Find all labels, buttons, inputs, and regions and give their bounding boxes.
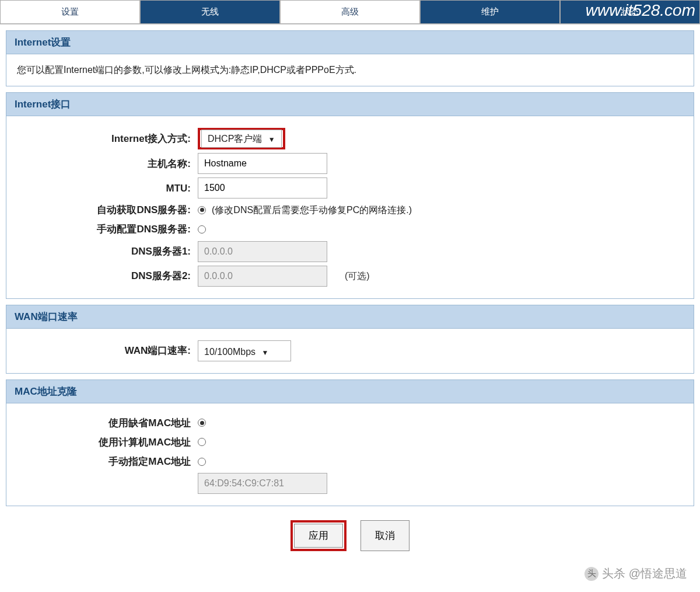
label-mtu: MTU: xyxy=(17,180,198,196)
panel-title-interface: Internet接口 xyxy=(6,93,694,116)
label-mac-default: 使用缺省MAC地址 xyxy=(17,415,198,431)
panel-internet-settings: Internet设置 您可以配置Internet端口的参数,可以修改上网模式为:… xyxy=(6,30,694,86)
input-hostname[interactable] xyxy=(198,153,327,174)
highlight-apply: 应用 xyxy=(290,520,346,551)
cancel-button[interactable]: 取消 xyxy=(360,520,410,551)
chevron-down-icon: ▼ xyxy=(262,349,269,357)
panel-wan-speed: WAN端口速率 WAN端口速率: 10/100Mbps ▼ xyxy=(6,305,694,374)
input-dns1 xyxy=(198,241,327,262)
watermark-avatar-icon: 头 xyxy=(584,567,598,581)
tab-wireless[interactable]: 无线 xyxy=(140,0,280,24)
watermark-url: www.it528.com xyxy=(586,1,695,20)
label-wan-speed: WAN端口速率: xyxy=(17,343,198,358)
chevron-down-icon: ▼ xyxy=(268,135,275,144)
label-dns2: DNS服务器2: xyxy=(17,268,198,284)
radio-mac-manual[interactable] xyxy=(198,458,206,466)
apply-button[interactable]: 应用 xyxy=(294,524,343,548)
panel-desc-internet-settings: 您可以配置Internet端口的参数,可以修改上网模式为:静态IP,DHCP或者… xyxy=(6,54,694,86)
input-dns2 xyxy=(198,266,327,287)
label-access-mode: Internet接入方式: xyxy=(17,131,198,147)
select-wan-speed-value: 10/100Mbps xyxy=(204,347,256,357)
watermark-credit: 头 头杀 @悟途思道 xyxy=(584,566,687,581)
highlight-access-mode: DHCP客户端 ▼ xyxy=(198,128,285,150)
radio-manual-dns[interactable] xyxy=(198,225,206,234)
radio-mac-default[interactable] xyxy=(198,419,206,427)
input-mac-address xyxy=(198,473,327,494)
label-mac-manual: 手动指定MAC地址 xyxy=(17,454,198,469)
hint-auto-dns: (修改DNS配置后需要您手动修复PC的网络连接.) xyxy=(212,203,412,218)
panel-internet-interface: Internet接口 Internet接入方式: DHCP客户端 ▼ 主机名称:… xyxy=(6,92,694,299)
panel-title-wan: WAN端口速率 xyxy=(6,305,694,329)
watermark-text: 头杀 @悟途思道 xyxy=(602,566,687,581)
label-mac-pc: 使用计算机MAC地址 xyxy=(17,434,198,450)
radio-mac-pc[interactable] xyxy=(198,438,206,446)
panel-title-mac: MAC地址克隆 xyxy=(6,380,694,403)
label-dns1: DNS服务器1: xyxy=(17,243,198,259)
top-nav-tabs: 设置 无线 高级 维护 状态 www.it528.com xyxy=(0,0,700,25)
tab-advanced[interactable]: 高级 xyxy=(280,0,420,24)
select-wan-speed[interactable]: 10/100Mbps ▼ xyxy=(198,340,291,361)
radio-auto-dns[interactable] xyxy=(198,206,206,214)
select-access-mode-value: DHCP客户端 xyxy=(208,134,262,144)
label-hostname: 主机名称: xyxy=(17,156,198,172)
panel-mac-clone: MAC地址克隆 使用缺省MAC地址 使用计算机MAC地址 手动指定MAC地址 xyxy=(6,379,694,507)
panel-title-internet-settings: Internet设置 xyxy=(6,31,694,54)
label-auto-dns: 自动获取DNS服务器: xyxy=(17,202,198,218)
input-mtu[interactable] xyxy=(198,177,327,199)
hint-dns2-optional: (可选) xyxy=(345,269,370,284)
label-manual-dns: 手动配置DNS服务器: xyxy=(17,221,198,237)
select-access-mode[interactable]: DHCP客户端 ▼ xyxy=(201,130,282,148)
tab-setup[interactable]: 设置 xyxy=(0,0,140,24)
button-row: 应用 取消 xyxy=(0,520,700,551)
tab-maintenance[interactable]: 维护 xyxy=(420,0,560,24)
